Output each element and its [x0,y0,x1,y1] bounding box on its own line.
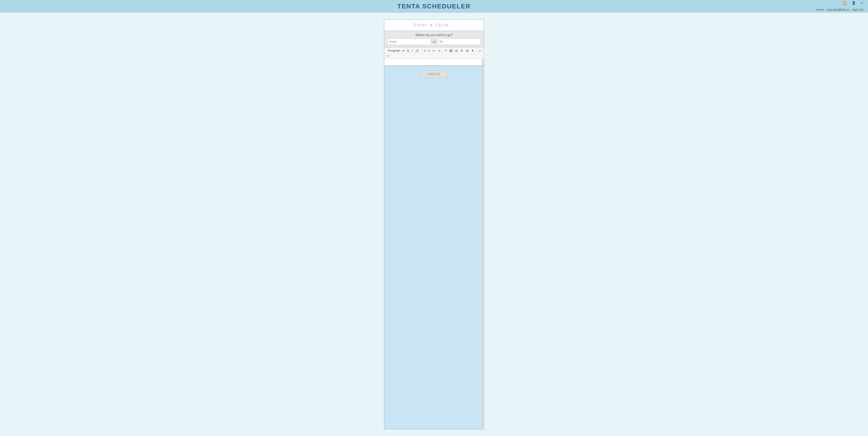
create-button[interactable]: CREATE [421,70,447,78]
title-section [384,20,484,31]
header-icons: 🏠 👤 ↩ [843,1,864,5]
home-icon: 🏠 [843,1,847,5]
blockquote-button[interactable]: ❝ [444,49,447,53]
editor-toolbar: Paragraph Heading 1 Heading 2 Heading 3 … [384,47,484,59]
from-input[interactable] [388,39,431,45]
bold-button[interactable]: B [406,49,410,53]
table-button[interactable]: ⊞ [454,49,459,53]
where-section: Where do you want to go? ⇄ [384,31,484,47]
title-input[interactable] [388,23,480,28]
separator-3 [476,49,477,53]
signout-link[interactable]: Sign Out [852,8,864,11]
bullet-list-button[interactable]: ≡ [423,49,427,53]
redo-button[interactable]: ↪ [385,54,390,58]
embed-dropdown-button[interactable]: ▼ [470,49,475,53]
from-to-row: ⇄ [388,39,480,45]
home-link[interactable]: Home [816,8,824,11]
to-input[interactable] [437,39,481,45]
app-header: TENTA SCHEDUELER 🏠 👤 ↩ Home malcolml@kth… [0,0,868,13]
indent-button[interactable]: ⇥ [437,49,441,53]
form-container: Where do you want to go? ⇄ Paragraph Hea… [384,20,484,429]
undo-button[interactable]: ↩ [478,49,483,53]
main-content: Where do you want to go? ⇄ Paragraph Hea… [0,13,868,436]
separator-1 [421,49,422,53]
editor-section: Paragraph Heading 1 Heading 2 Heading 3 … [384,47,484,66]
italic-button[interactable]: I [411,49,414,53]
signout-icon: ↩ [861,1,864,5]
content-scrollbar[interactable] [482,66,484,429]
content-body: CREATE [384,66,484,429]
editor-area-wrapper [384,59,484,66]
image-button[interactable]: 🖼 [448,49,453,53]
paragraph-select[interactable]: Paragraph Heading 1 Heading 2 Heading 3 [385,48,405,53]
table-dropdown-button[interactable]: ▼ [460,49,464,53]
user-email-link[interactable]: malcolml@kth.se [827,8,849,11]
editor-content[interactable] [384,59,482,65]
outdent-button[interactable]: ⇤ [432,49,436,53]
where-label: Where do you want to go? [388,33,480,37]
link-button[interactable]: 🔗 [414,49,420,53]
user-icon: 👤 [851,1,856,5]
ordered-list-button[interactable]: ≠ [427,49,431,53]
app-title: TENTA SCHEDUELER [397,3,471,10]
swap-icon[interactable]: ⇄ [433,39,436,44]
editor-scrollbar[interactable] [482,59,484,65]
header-nav: Home malcolml@kth.se Sign Out [816,8,864,11]
embed-button[interactable]: ⊞ [465,49,469,53]
